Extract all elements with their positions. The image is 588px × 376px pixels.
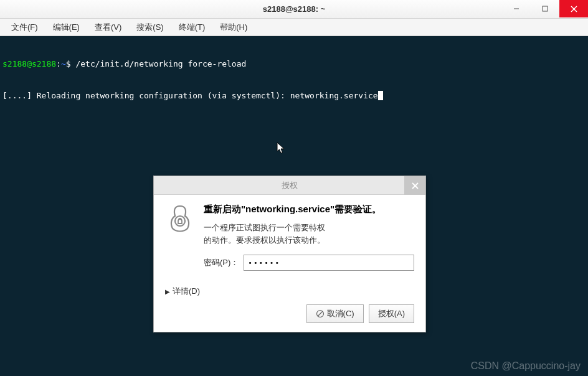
terminal-output: [....] Reloading networking configuratio… xyxy=(2,91,378,100)
cancel-label: 取消(C) xyxy=(327,308,354,319)
dialog-title: 授权 xyxy=(282,180,298,191)
minimize-button[interactable] xyxy=(502,0,531,17)
dialog-desc-line2: 的动作。要求授权以执行该动作。 xyxy=(204,234,414,247)
maximize-button[interactable] xyxy=(531,0,559,17)
menu-file[interactable]: 文件(F) xyxy=(5,20,44,35)
window-titlebar: s2188@s2188: ~ xyxy=(0,0,588,19)
dialog-desc-line1: 一个程序正试图执行一个需要特权 xyxy=(204,222,414,234)
prompt-symbol: $ xyxy=(66,59,71,68)
menu-search[interactable]: 搜索(S) xyxy=(130,20,169,35)
cancel-button[interactable]: 取消(C) xyxy=(306,304,364,323)
prompt-path: ~ xyxy=(61,59,66,68)
window-buttons xyxy=(502,0,588,18)
terminal-line-prompt: s2188@s2188:~$ /etc/init.d/networking fo… xyxy=(2,59,586,69)
cancel-icon xyxy=(316,309,325,318)
terminal-line-output: [....] Reloading networking configuratio… xyxy=(2,90,586,101)
svg-line-8 xyxy=(318,311,323,316)
window-title: s2188@s2188: ~ xyxy=(263,4,326,14)
prompt-sep: : xyxy=(56,59,61,68)
dialog-titlebar[interactable]: 授权 xyxy=(154,176,425,195)
close-button[interactable] xyxy=(559,0,588,17)
dialog-heading: 重新启动"networking.service"需要验证。 xyxy=(204,204,414,215)
authorize-label: 授权(A) xyxy=(378,308,405,319)
menu-view[interactable]: 查看(V) xyxy=(88,20,128,35)
authorize-button[interactable]: 授权(A) xyxy=(369,304,414,323)
password-input[interactable] xyxy=(244,255,414,271)
details-label: 详情(D) xyxy=(173,286,200,297)
dialog-text: 重新启动"networking.service"需要验证。 一个程序正试图执行一… xyxy=(204,204,414,276)
auth-dialog: 授权 重新启动"networking.service"需要验证。 一个程序正试图… xyxy=(153,176,426,332)
menu-edit[interactable]: 编辑(E) xyxy=(47,20,86,35)
menubar: 文件(F) 编辑(E) 查看(V) 搜索(S) 终端(T) 帮助(H) xyxy=(0,19,588,36)
dialog-description: 一个程序正试图执行一个需要特权 的动作。要求授权以执行该动作。 xyxy=(204,222,414,246)
details-toggle[interactable]: ▶ 详情(D) xyxy=(165,286,414,297)
menu-help[interactable]: 帮助(H) xyxy=(214,20,254,35)
password-row: 密码(P)： xyxy=(204,255,414,271)
lock-icon xyxy=(165,204,195,233)
menu-terminal[interactable]: 终端(T) xyxy=(173,20,212,35)
prompt-user: s2188@s2188 xyxy=(2,59,56,68)
terminal-command: /etc/init.d/networking force-reload xyxy=(71,59,247,68)
svg-rect-1 xyxy=(543,6,548,11)
mouse-cursor-icon xyxy=(277,142,287,154)
dialog-body: 重新启动"networking.service"需要验证。 一个程序正试图执行一… xyxy=(154,195,425,332)
svg-point-6 xyxy=(175,216,185,226)
dialog-top: 重新启动"networking.service"需要验证。 一个程序正试图执行一… xyxy=(165,204,414,276)
watermark: CSDN @Cappuccino-jay xyxy=(471,360,581,371)
terminal-cursor xyxy=(378,91,383,100)
chevron-right-icon: ▶ xyxy=(165,288,170,295)
dialog-footer: 取消(C) 授权(A) xyxy=(165,304,414,323)
dialog-close-button[interactable] xyxy=(404,176,425,195)
password-label: 密码(P)： xyxy=(204,257,239,268)
